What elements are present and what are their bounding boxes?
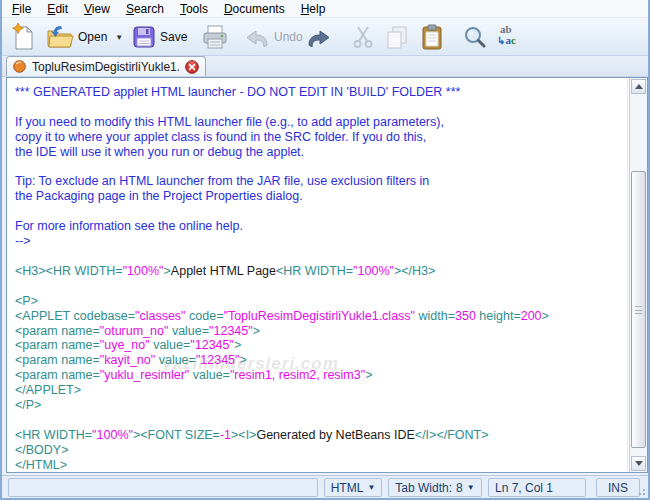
tab-width-dropdown-icon: ▼ (467, 483, 475, 492)
save-button-label: Save (160, 30, 187, 44)
language-selector[interactable]: HTML ▼ (324, 478, 382, 497)
scrollbar-grip (635, 306, 642, 314)
copy-button (385, 22, 409, 52)
tab-title: TopluResimDegistirliYukle1.html (32, 60, 179, 74)
scroll-up-icon (635, 84, 643, 89)
save-button[interactable]: Save (132, 22, 187, 52)
code-line: *** GENERATED applet HTML launcher - DO … (15, 85, 627, 100)
code-line: <param name="yuklu_resimler" value="resi… (15, 368, 627, 383)
copy-icon (385, 25, 409, 50)
gedit-window: File Edit View Search Tools Documents He… (0, 0, 650, 500)
code-line: <param name="oturum_no" value="12345"> (15, 324, 627, 339)
code-line: <H3><HR WIDTH="100%">Applet HTML Page<HR… (15, 264, 627, 279)
redo-button[interactable] (306, 22, 332, 52)
toolbar: Open ▼ Save (2, 18, 648, 56)
print-icon (202, 25, 228, 50)
status-message-area (8, 478, 318, 497)
replace-button[interactable]: ab ↳ac (497, 22, 523, 52)
menu-file[interactable]: File (4, 1, 39, 17)
resize-grip[interactable] (634, 484, 646, 496)
code-line: </P> (15, 398, 627, 413)
open-dropdown-icon[interactable]: ▼ (115, 33, 123, 42)
html-file-icon (13, 60, 26, 73)
code-line: </APPLET> (15, 383, 627, 398)
undo-button-label: Undo (274, 30, 303, 44)
open-button-label: Open (78, 30, 107, 44)
code-line (15, 100, 627, 115)
code-line: the Packaging page in the Project Proper… (15, 189, 627, 204)
code-line: <HR WIDTH="100%"><FONT SIZE=-1><I>Genera… (15, 428, 627, 443)
code-line: </HTML> (15, 458, 627, 471)
code-line: <param name="uye_no" value="12345"> (15, 338, 627, 353)
menu-search[interactable]: Search (118, 1, 172, 17)
code-line: Tip: To exclude an HTML launcher from th… (15, 174, 627, 189)
status-bar: HTML ▼ Tab Width: 8 ▼ Ln 7, Col 1 INS (2, 475, 648, 498)
menubar: File Edit View Search Tools Documents He… (2, 0, 648, 18)
language-value: HTML (331, 481, 364, 495)
editor-frame: *** GENERATED applet HTML launcher - DO … (6, 77, 648, 473)
code-line (15, 413, 627, 428)
tab-bar: TopluResimDegistirliYukle1.html (2, 56, 648, 77)
code-line: </BODY> (15, 443, 627, 458)
code-line: <param name="kayit_no" value="12345"> (15, 353, 627, 368)
vertical-scrollbar[interactable] (629, 78, 647, 472)
replace-icon-bottom-text: ↳ac (497, 35, 523, 46)
paste-button[interactable] (421, 22, 443, 52)
code-line: For more information see the online help… (15, 219, 627, 234)
menu-documents[interactable]: Documents (216, 1, 293, 17)
code-line: <P> (15, 294, 627, 309)
find-icon (463, 25, 487, 49)
scroll-down-icon (635, 461, 643, 466)
code-line: <APPLET codebase="classes" code="TopluRe… (15, 309, 627, 324)
new-document-icon (10, 23, 36, 51)
tab-width-label: Tab Width: (395, 481, 452, 495)
replace-icon: ab ↳ac (497, 24, 523, 50)
print-button[interactable] (202, 22, 228, 52)
menu-help[interactable]: Help (293, 1, 334, 17)
open-folder-icon (46, 25, 74, 49)
scrollbar-thumb[interactable] (631, 171, 646, 448)
tab-document[interactable]: TopluResimDegistirliYukle1.html (6, 56, 206, 76)
code-line (15, 160, 627, 175)
undo-icon (244, 28, 270, 47)
text-editor-area[interactable]: *** GENERATED applet HTML launcher - DO … (8, 79, 628, 471)
new-document-button[interactable] (10, 22, 36, 52)
cut-icon (352, 25, 374, 49)
find-button[interactable] (463, 22, 487, 52)
code-line: If you need to modify this HTML launcher… (15, 115, 627, 130)
scroll-up-button[interactable] (631, 79, 646, 94)
cursor-position-indicator: Ln 7, Col 1 (488, 478, 586, 497)
code-line (15, 279, 627, 294)
close-icon[interactable] (185, 60, 199, 74)
tab-width-value: 8 (456, 481, 463, 495)
code-line: --> (15, 234, 627, 249)
open-button[interactable]: Open ▼ (46, 22, 123, 52)
cut-button (352, 22, 374, 52)
menu-edit[interactable]: Edit (39, 1, 76, 17)
tab-width-selector[interactable]: Tab Width: 8 ▼ (388, 478, 482, 497)
paste-icon (421, 24, 443, 50)
code-line: the IDE will use it when you run or debu… (15, 145, 627, 160)
redo-icon (306, 28, 332, 47)
code-line (15, 204, 627, 219)
menu-view[interactable]: View (76, 1, 118, 17)
menu-tools[interactable]: Tools (172, 1, 216, 17)
code-line: copy it to where your applet class is fo… (15, 130, 627, 145)
undo-button: Undo (244, 22, 303, 52)
scroll-down-button[interactable] (631, 456, 646, 471)
save-icon (132, 25, 156, 49)
language-dropdown-icon: ▼ (367, 483, 375, 492)
code-line (15, 249, 627, 264)
